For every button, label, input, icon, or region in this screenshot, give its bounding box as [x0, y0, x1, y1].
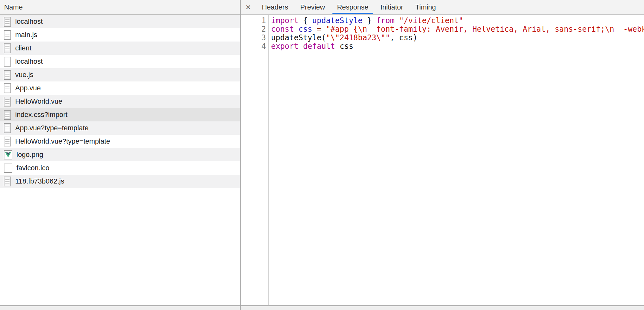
response-code-viewer[interactable]: 1234 import { updateStyle } from "/vite/… — [241, 15, 644, 305]
request-row[interactable]: localhost — [0, 15, 240, 28]
request-row[interactable]: client — [0, 42, 240, 55]
tab-preview[interactable]: Preview — [294, 0, 331, 14]
detail-tab-bar: × HeadersPreviewResponseInitiatorTiming — [241, 0, 644, 15]
script-file-icon — [4, 97, 11, 107]
code-line: import { updateStyle } from "/vite/clien… — [271, 16, 644, 25]
vue-logo-icon — [5, 152, 11, 158]
tab-response[interactable]: Response — [331, 0, 374, 14]
close-icon[interactable]: × — [241, 0, 256, 14]
line-number: 4 — [241, 42, 266, 51]
line-number: 2 — [241, 25, 266, 34]
request-row[interactable]: 118.fb73b062.js — [0, 175, 240, 188]
request-name: vue.js — [15, 71, 33, 79]
request-row[interactable]: localhost — [0, 55, 240, 68]
request-name: HelloWorld.vue?type=template — [15, 137, 110, 145]
tab-timing[interactable]: Timing — [409, 0, 442, 14]
request-name: App.vue?type=template — [15, 124, 89, 132]
request-rows: localhostmain.jsclientlocalhostvue.jsApp… — [0, 15, 240, 305]
request-detail-panel: × HeadersPreviewResponseInitiatorTiming … — [241, 0, 644, 310]
script-file-icon — [4, 137, 11, 146]
code-line: const css = "#app {\n font-family: Aveni… — [271, 25, 644, 34]
request-name: localhost — [15, 57, 43, 66]
panel-resize-divider[interactable] — [240, 0, 241, 310]
request-name: localhost — [15, 17, 43, 26]
script-file-icon — [4, 83, 11, 93]
script-file-icon — [4, 43, 11, 53]
request-name: App.vue — [15, 84, 41, 92]
request-name: index.css?import — [15, 111, 67, 119]
line-number: 3 — [241, 34, 266, 42]
request-name: favicon.ico — [16, 164, 49, 172]
request-row[interactable]: App.vue?type=template — [0, 121, 240, 135]
blank-image-icon — [4, 164, 12, 173]
request-name: logo.png — [16, 151, 43, 159]
tab-initiator[interactable]: Initiator — [374, 0, 409, 14]
script-file-icon — [4, 17, 11, 27]
request-name: HelloWorld.vue — [15, 97, 62, 106]
request-name: client — [15, 44, 31, 52]
name-column-label: Name — [4, 3, 23, 11]
request-row[interactable]: main.js — [0, 28, 240, 42]
blank-file-icon — [4, 57, 11, 67]
response-code: import { updateStyle } from "/vite/clien… — [269, 15, 644, 305]
script-file-icon — [4, 70, 11, 80]
vue-logo-image-icon — [4, 150, 12, 159]
code-line: export default css — [271, 42, 644, 51]
request-row[interactable]: App.vue — [0, 81, 240, 95]
request-row[interactable]: index.css?import — [0, 108, 240, 121]
line-number: 1 — [241, 16, 266, 25]
request-name: 118.fb73b062.js — [15, 177, 64, 185]
script-file-icon — [4, 110, 11, 120]
bottom-scrollbar-track[interactable] — [0, 305, 644, 310]
name-column-header[interactable]: Name — [0, 0, 240, 15]
request-row[interactable]: favicon.ico — [0, 161, 240, 175]
script-file-icon — [4, 30, 11, 40]
tab-headers[interactable]: Headers — [256, 0, 294, 14]
code-line: updateStyle("\"2418ba23\"", css) — [271, 34, 644, 42]
detail-tabs: HeadersPreviewResponseInitiatorTiming — [256, 0, 442, 14]
network-request-list-panel: Name localhostmain.jsclientlocalhostvue.… — [0, 0, 240, 310]
line-number-gutter: 1234 — [241, 15, 269, 305]
request-row[interactable]: vue.js — [0, 68, 240, 81]
request-row[interactable]: logo.png — [0, 148, 240, 161]
script-file-icon — [4, 123, 11, 133]
request-name: main.js — [15, 31, 37, 39]
script-file-icon — [4, 177, 11, 186]
request-row[interactable]: HelloWorld.vue — [0, 95, 240, 108]
request-row[interactable]: HelloWorld.vue?type=template — [0, 135, 240, 148]
